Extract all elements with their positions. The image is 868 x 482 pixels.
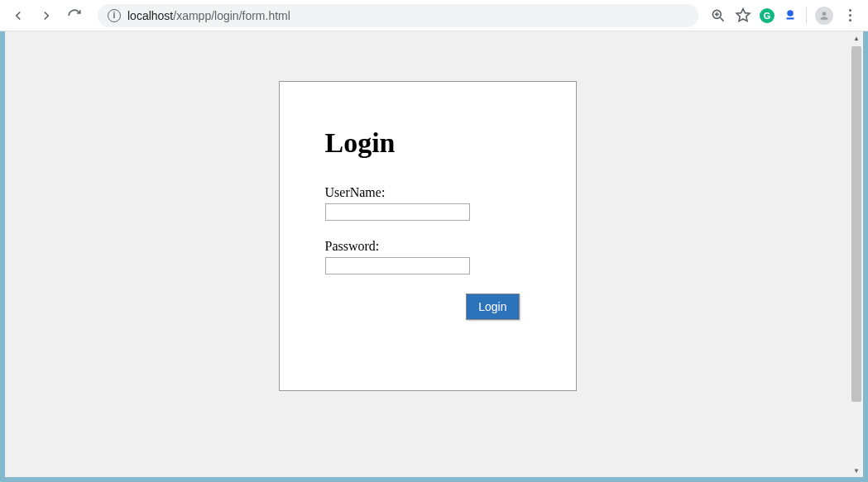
page-viewport: Login UserName: Password: Login ▲ ▼ — [0, 31, 868, 482]
page-content: Login UserName: Password: Login — [5, 31, 850, 477]
scrollbar-thumb[interactable] — [851, 46, 861, 402]
reload-button[interactable] — [63, 4, 86, 27]
back-button[interactable] — [7, 4, 30, 27]
scrollbar-down-icon[interactable]: ▼ — [850, 464, 863, 477]
extension-grammarly-icon[interactable]: G — [760, 8, 774, 23]
svg-point-1 — [787, 10, 794, 17]
svg-point-3 — [822, 12, 827, 16]
browser-toolbar: i localhost/xampp/login/form.html G — [0, 0, 868, 31]
zoom-icon[interactable] — [710, 7, 727, 24]
address-bar[interactable]: i localhost/xampp/login/form.html — [98, 4, 698, 27]
scrollbar-up-icon[interactable]: ▲ — [850, 31, 863, 45]
username-label: UserName: — [325, 185, 535, 200]
password-label: Password: — [325, 239, 535, 254]
menu-button[interactable] — [842, 7, 858, 24]
svg-rect-2 — [787, 17, 794, 19]
bookmark-star-icon[interactable] — [735, 7, 751, 24]
password-input[interactable] — [325, 257, 470, 274]
toolbar-divider — [806, 7, 807, 24]
username-input[interactable] — [325, 203, 470, 221]
username-group: UserName: — [325, 185, 535, 221]
login-button[interactable]: Login — [466, 293, 519, 320]
extension-icon[interactable] — [783, 8, 798, 23]
login-title: Login — [325, 127, 535, 159]
password-group: Password: — [325, 239, 535, 274]
site-info-icon[interactable]: i — [108, 9, 121, 22]
url-text: localhost/xampp/login/form.html — [127, 9, 290, 22]
scrollbar[interactable]: ▲ ▼ — [850, 31, 863, 477]
login-card: Login UserName: Password: Login — [279, 81, 577, 391]
profile-avatar[interactable] — [815, 7, 833, 25]
toolbar-right: G — [710, 7, 861, 25]
forward-button[interactable] — [35, 4, 58, 27]
